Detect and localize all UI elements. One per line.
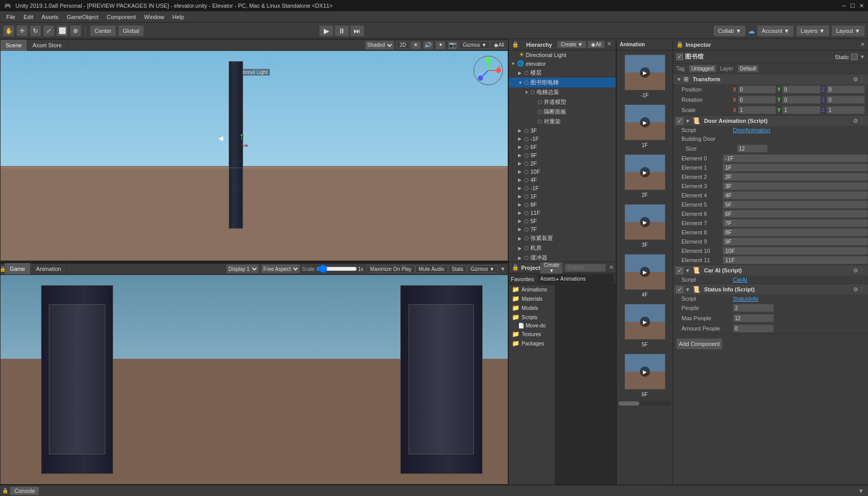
- maximize-play-button[interactable]: Maximize On Play: [366, 265, 415, 273]
- script-value[interactable]: DoorAnimation: [733, 127, 770, 133]
- door-anim-settings-icon[interactable]: ⚙: [853, 118, 858, 124]
- people-input[interactable]: [733, 304, 774, 312]
- gizmos-button[interactable]: Gizmos ▼: [459, 41, 490, 49]
- hierarchy-create-btn[interactable]: Create ▼: [557, 41, 586, 48]
- close-btn[interactable]: ✕: [859, 3, 864, 9]
- door-animation-header[interactable]: ✓ ▼ 📜 Door Animation (Script) ⚙ ⋮: [673, 116, 868, 126]
- move-tool[interactable]: ✛: [16, 25, 28, 36]
- active-checkbox[interactable]: ✓: [676, 53, 683, 60]
- list-item[interactable]: 📁 Scripts: [509, 313, 555, 322]
- position-y-input[interactable]: [782, 85, 821, 94]
- layer-dropdown[interactable]: Default: [737, 65, 759, 72]
- list-item[interactable]: 📄 Move-do: [509, 322, 555, 329]
- amount-people-input[interactable]: [733, 324, 774, 333]
- element-value[interactable]: [723, 154, 868, 162]
- scene-vfx-icon[interactable]: ✦: [435, 41, 446, 49]
- list-item[interactable]: ▶⬡8F: [509, 200, 616, 209]
- element-value[interactable]: [723, 256, 868, 264]
- element-value[interactable]: [723, 163, 868, 172]
- transform-header[interactable]: ▼ ⊞ Transform ⚙ ⋮: [673, 74, 868, 84]
- display-dropdown[interactable]: Display 1: [226, 264, 259, 273]
- status-info-checkbox[interactable]: ✓: [676, 286, 683, 293]
- script-value[interactable]: StatusInfo: [733, 296, 759, 302]
- list-item[interactable]: ▶⬡缓冲器: [509, 253, 616, 262]
- list-item[interactable]: 📁 Animations: [509, 285, 555, 294]
- collab-button[interactable]: Collab ▼: [713, 25, 746, 36]
- stats-button[interactable]: Stats: [448, 265, 467, 273]
- project-search-input[interactable]: [565, 264, 606, 272]
- anim-scroll-thumb[interactable]: [619, 401, 639, 406]
- list-item[interactable]: ▼ ⬡ 电梯总装: [509, 87, 616, 97]
- play-icon[interactable]: ▶: [640, 317, 650, 327]
- element-value[interactable]: [723, 237, 868, 246]
- list-item[interactable]: ▼ ⬡ 图书馆电梯: [509, 78, 616, 87]
- scale-slider[interactable]: [316, 265, 357, 272]
- anim-thumb-1f[interactable]: ▶: [624, 104, 666, 140]
- assets-breadcrumb[interactable]: Assets: [540, 276, 556, 282]
- element-value[interactable]: [723, 247, 868, 255]
- list-item[interactable]: ▶⬡-1F: [509, 135, 616, 143]
- element-value[interactable]: [723, 182, 868, 190]
- layout-button[interactable]: Layout ▼: [832, 25, 865, 36]
- car-ai-header[interactable]: ✓ ▼ 📜 Car AI (Script) ⚙ ⋮: [673, 265, 868, 275]
- list-item[interactable]: ⬡ 井道模型: [509, 97, 616, 107]
- global-button[interactable]: Global: [118, 25, 144, 36]
- status-info-settings-icon[interactable]: ⚙: [853, 286, 858, 293]
- step-button[interactable]: ⏭: [350, 25, 364, 36]
- list-item[interactable]: 📁 Packages: [509, 339, 555, 348]
- 2d-button[interactable]: 2D: [396, 41, 410, 49]
- transform-settings-icon[interactable]: ⚙: [853, 76, 858, 83]
- script-value[interactable]: CarAI: [733, 277, 747, 283]
- play-icon[interactable]: ▶: [640, 117, 650, 127]
- scale-z-input[interactable]: [826, 106, 865, 114]
- animations-breadcrumb[interactable]: Animations: [560, 276, 585, 282]
- project-create-btn[interactable]: Create ▼: [540, 262, 563, 274]
- element-value[interactable]: [723, 200, 868, 209]
- menu-item-window[interactable]: Window: [140, 13, 168, 21]
- play-icon[interactable]: ▶: [640, 167, 650, 177]
- rotate-tool[interactable]: ↻: [30, 25, 41, 36]
- scale-tool[interactable]: ⤢: [43, 25, 54, 36]
- minimize-btn[interactable]: ─: [842, 3, 846, 9]
- list-item[interactable]: ▶⬡11F: [509, 209, 616, 217]
- status-info-header[interactable]: ✓ ▼ 📜 Status Info (Script) ⚙ ⋮: [673, 284, 868, 295]
- static-dropdown-icon[interactable]: ▼: [860, 54, 865, 60]
- cloud-icon[interactable]: ☁: [748, 27, 755, 35]
- play-icon[interactable]: ▶: [640, 67, 650, 78]
- element-value[interactable]: [723, 173, 868, 181]
- tab-animation[interactable]: Animation: [31, 263, 67, 274]
- tab-game[interactable]: Game: [5, 263, 31, 274]
- console-panel-close[interactable]: ▼: [856, 488, 866, 494]
- obj-name[interactable]: 图书馆: [685, 52, 833, 61]
- hand-tool[interactable]: ✋: [3, 25, 14, 36]
- element-value[interactable]: [723, 210, 868, 218]
- rotation-x-input[interactable]: [738, 96, 777, 104]
- hierarchy-all-btn[interactable]: ◉All: [587, 41, 605, 48]
- list-item[interactable]: ▶⬡3F: [509, 126, 616, 135]
- door-anim-overflow-icon[interactable]: ⋮: [859, 118, 865, 124]
- game-close-icon[interactable]: ▼: [498, 266, 508, 272]
- all-button[interactable]: ◉All: [490, 41, 508, 49]
- menu-item-help[interactable]: Help: [168, 13, 188, 21]
- custom-tool[interactable]: ⊕: [70, 25, 81, 36]
- position-x-input[interactable]: [738, 85, 777, 94]
- play-icon[interactable]: ▶: [640, 267, 650, 277]
- mute-audio-button[interactable]: Mute Audio: [415, 265, 448, 273]
- rect-tool[interactable]: ⬜: [57, 25, 68, 36]
- scene-canvas[interactable]: Directional Light → ↑ ◀: [1, 51, 508, 261]
- project-close-icon[interactable]: ✕: [608, 264, 615, 271]
- car-ai-overflow-icon[interactable]: ⋮: [859, 267, 865, 274]
- list-item[interactable]: 📁 Textures: [509, 329, 555, 339]
- favorites-label[interactable]: Favorites: [511, 276, 534, 282]
- play-icon[interactable]: ▶: [640, 217, 650, 227]
- hierarchy-close-icon[interactable]: ✕: [606, 41, 613, 48]
- door-anim-checkbox[interactable]: ✓: [676, 118, 683, 124]
- scale-x-input[interactable]: [738, 106, 777, 114]
- tree-item-directional-light[interactable]: ☀ Directional Light: [509, 50, 616, 59]
- play-button[interactable]: ▶: [319, 25, 334, 36]
- element-value[interactable]: [723, 191, 868, 199]
- element-value[interactable]: [723, 228, 868, 236]
- scene-light-icon[interactable]: ☀: [411, 41, 421, 49]
- list-item[interactable]: ⬡ 对重架: [509, 117, 616, 126]
- layers-button[interactable]: Layers ▼: [796, 25, 829, 36]
